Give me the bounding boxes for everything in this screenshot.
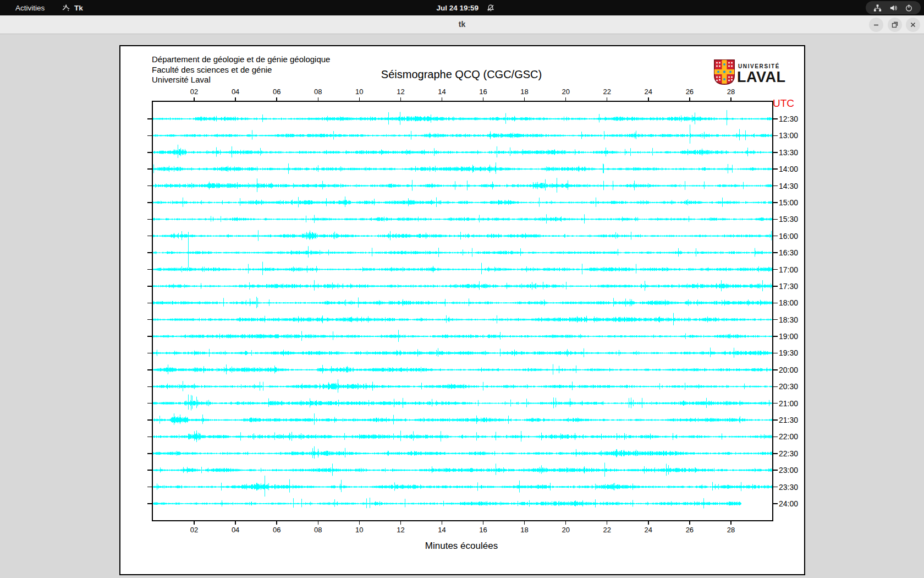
activities-label: Activities	[15, 4, 45, 12]
trace-time-label: 13:30	[779, 148, 798, 157]
trace-time-label: 18:30	[779, 315, 798, 324]
row-tick-left	[147, 219, 152, 220]
row-tick-left	[147, 353, 152, 354]
x-tick-label-bottom: 18	[516, 526, 533, 534]
x-tick-bottom	[359, 520, 360, 525]
row-tick-right	[773, 453, 778, 454]
x-tick-top	[524, 97, 525, 102]
row-tick-left	[147, 503, 152, 504]
trace-time-label: 22:30	[779, 449, 798, 458]
row-tick-left	[147, 386, 152, 388]
row-tick-right	[773, 135, 778, 137]
row-tick-right	[773, 168, 778, 170]
trace-time-label: 20:30	[779, 382, 798, 391]
row-tick-right	[773, 369, 778, 370]
row-tick-left	[147, 437, 152, 438]
trace-time-label: 18:00	[779, 298, 798, 307]
window-title: tk	[0, 15, 924, 34]
x-tick-bottom	[276, 520, 277, 525]
trace-time-label: 14:30	[779, 182, 798, 190]
x-tick-label-top: 10	[351, 88, 367, 96]
x-tick-label-bottom: 26	[681, 526, 698, 534]
x-tick-top	[689, 97, 690, 102]
header-line-1: Département de géologie et de génie géol…	[152, 54, 330, 65]
row-tick-left	[147, 403, 152, 404]
row-tick-right	[773, 286, 778, 287]
x-tick-bottom	[730, 520, 732, 525]
trace-time-label: 16:30	[779, 248, 798, 257]
row-tick-right	[773, 186, 778, 187]
x-tick-label-bottom: 06	[268, 526, 285, 534]
x-tick-label-bottom: 04	[227, 526, 244, 534]
logo-laval-text: LAVAL	[737, 69, 785, 86]
row-tick-left	[147, 419, 152, 421]
row-tick-left	[147, 303, 152, 304]
x-tick-label-top: 20	[558, 88, 574, 96]
x-tick-top	[318, 97, 319, 102]
volume-icon	[889, 4, 898, 12]
minimize-button[interactable]	[869, 18, 883, 32]
trace-time-label: 16:00	[779, 232, 798, 241]
x-tick-label-top: 16	[475, 88, 492, 96]
x-tick-bottom	[442, 520, 443, 525]
activities-button[interactable]: Activities	[11, 0, 49, 15]
x-tick-label-bottom: 02	[186, 526, 202, 534]
x-tick-label-bottom: 28	[723, 526, 739, 534]
row-tick-right	[773, 386, 778, 388]
gnome-top-bar: Activities Tk Jul 24 19:59	[0, 0, 924, 15]
x-tick-label-bottom: 14	[433, 526, 450, 534]
trace-time-label: 15:30	[779, 215, 798, 223]
x-tick-label-top: 04	[227, 88, 244, 96]
clock-menu[interactable]: Jul 24 19:59	[437, 0, 495, 15]
trace-time-label: 21:30	[779, 416, 798, 424]
row-tick-left	[147, 286, 152, 287]
window-titlebar[interactable]: tk	[0, 15, 924, 34]
x-tick-label-bottom: 22	[599, 526, 615, 534]
x-tick-bottom	[483, 520, 484, 525]
x-tick-top	[565, 97, 566, 102]
trace-time-label: 19:00	[779, 332, 798, 341]
row-tick-right	[773, 503, 778, 504]
row-tick-right	[773, 319, 778, 320]
row-tick-left	[147, 453, 152, 454]
trace-time-label: 15:00	[779, 198, 798, 207]
focused-app-name: Tk	[74, 4, 83, 12]
row-tick-right	[773, 336, 778, 337]
maximize-button[interactable]	[888, 18, 902, 32]
x-tick-top	[442, 97, 443, 102]
x-tick-label-top: 06	[268, 88, 285, 96]
row-tick-right	[773, 269, 778, 270]
system-status-area[interactable]	[866, 1, 921, 14]
close-button[interactable]	[906, 18, 920, 32]
x-tick-bottom	[318, 520, 319, 525]
row-tick-left	[147, 168, 152, 170]
row-tick-left	[147, 252, 152, 253]
row-tick-right	[773, 437, 778, 438]
focused-app-indicator[interactable]: Tk	[62, 0, 83, 15]
x-tick-label-top: 18	[516, 88, 533, 96]
x-tick-top	[194, 97, 195, 102]
row-tick-right	[773, 487, 778, 488]
trace-time-label: 17:30	[779, 282, 798, 291]
x-tick-bottom	[194, 520, 195, 525]
x-tick-top	[607, 97, 608, 102]
x-tick-label-top: 22	[599, 88, 615, 96]
seismograph-paper: Département de géologie et de génie géol…	[119, 45, 805, 575]
row-tick-left	[147, 236, 152, 237]
row-tick-right	[773, 252, 778, 253]
x-tick-top	[359, 97, 360, 102]
x-tick-label-top: 14	[433, 88, 450, 96]
x-tick-bottom	[648, 520, 649, 525]
row-tick-left	[147, 319, 152, 320]
power-icon	[905, 4, 913, 12]
trace-time-label: 21:00	[779, 399, 798, 408]
x-tick-label-bottom: 20	[558, 526, 574, 534]
row-tick-right	[773, 152, 778, 153]
trace-time-label: 14:00	[779, 165, 798, 173]
trace-time-label: 23:30	[779, 483, 798, 492]
trace-time-label: 17:00	[779, 265, 798, 274]
row-tick-left	[147, 202, 152, 203]
notifications-off-icon	[486, 4, 494, 12]
x-tick-label-top: 26	[681, 88, 698, 96]
network-wired-icon	[873, 4, 882, 12]
